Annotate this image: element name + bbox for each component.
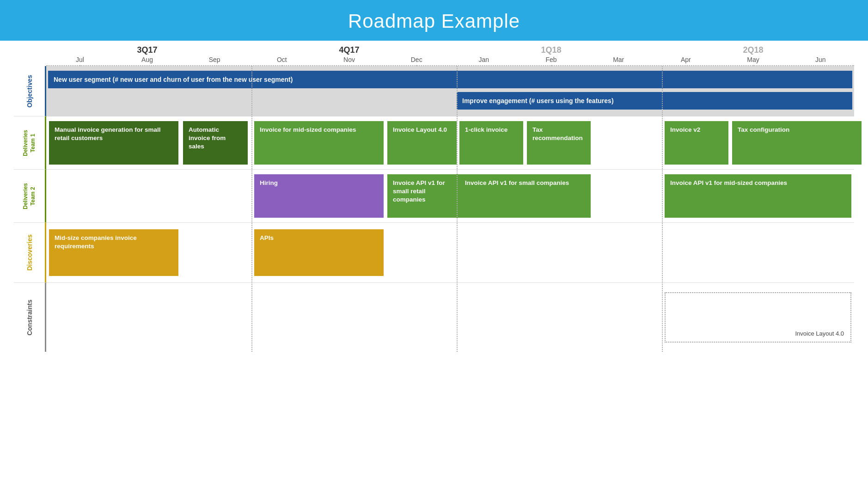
- label-objectives: Objectives: [14, 66, 46, 116]
- objectives-section: New user segment (# new user and churn o…: [46, 66, 854, 116]
- item-automatic-invoice: Automatic invoice from sales: [183, 121, 248, 165]
- objective-improve-bar: Improve engagement (# users using the fe…: [457, 92, 852, 110]
- month-jan: Jan: [450, 56, 518, 63]
- label-constraints: Constraints: [14, 282, 46, 352]
- month-nov: Nov: [316, 56, 383, 63]
- label-discoveries: Discoveries: [14, 222, 46, 282]
- quarter-2q18: 2Q18: [652, 45, 854, 55]
- item-manual-invoice: Manual invoice generation for small reta…: [49, 121, 178, 165]
- item-constraint-invoice-layout: Invoice Layout 4.0: [665, 292, 851, 343]
- month-may: May: [720, 56, 787, 63]
- item-apis: APIs: [254, 229, 384, 276]
- deliveries-team2-section: Hiring Invoice API v1 for small retail c…: [46, 169, 854, 222]
- month-jun: Jun: [787, 56, 854, 63]
- month-jul: Jul: [46, 56, 114, 63]
- quarter-3q17: 3Q17: [46, 45, 248, 55]
- item-api-midsized: Invoice API v1 for mid-sized companies: [665, 174, 851, 218]
- month-mar: Mar: [585, 56, 652, 63]
- months-row: Jul Aug Sep Oct Nov Dec Jan Feb Mar Apr …: [46, 56, 854, 63]
- quarter-4q17: 4Q17: [248, 45, 450, 55]
- month-dec: Dec: [383, 56, 450, 63]
- page-title: Roadmap Example: [0, 10, 868, 32]
- item-midsized-requirements: Mid-size companies invoice requirements: [49, 229, 178, 276]
- item-tax-recommendation: Tax recommendation: [527, 121, 591, 165]
- item-api-small-retail: Invoice API v1 for small retail companie…: [387, 174, 463, 218]
- item-hiring: Hiring: [254, 174, 384, 218]
- item-invoice-layout: Invoice Layout 4.0: [387, 121, 457, 165]
- item-invoice-midsized: Invoice for mid-sized companies: [254, 121, 384, 165]
- item-1click-invoice: 1-click invoice: [459, 121, 523, 165]
- month-sep: Sep: [181, 56, 248, 63]
- deliveries-team1-section: Manual invoice generation for small reta…: [46, 116, 854, 169]
- month-feb: Feb: [518, 56, 585, 63]
- constraints-section: Invoice Layout 4.0: [46, 282, 854, 352]
- label-deliveries-team2: DeliveriesTeam 2: [14, 169, 46, 222]
- header: Roadmap Example: [0, 0, 868, 41]
- item-invoice-v2: Invoice v2: [665, 121, 728, 165]
- objective-new-user-bar: New user segment (# new user and churn o…: [48, 71, 852, 88]
- month-oct: Oct: [248, 56, 316, 63]
- quarters-row: 3Q17 4Q17 1Q18 2Q18: [46, 45, 854, 55]
- quarter-1q18: 1Q18: [450, 45, 652, 55]
- discoveries-section: Mid-size companies invoice requirements …: [46, 222, 854, 282]
- label-deliveries-team1: DeliveriesTeam 1: [14, 116, 46, 169]
- month-aug: Aug: [114, 56, 181, 63]
- item-tax-configuration: Tax configuration: [732, 121, 862, 165]
- month-apr: Apr: [652, 56, 720, 63]
- item-api-small-companies: Invoice API v1 for small companies: [459, 174, 591, 218]
